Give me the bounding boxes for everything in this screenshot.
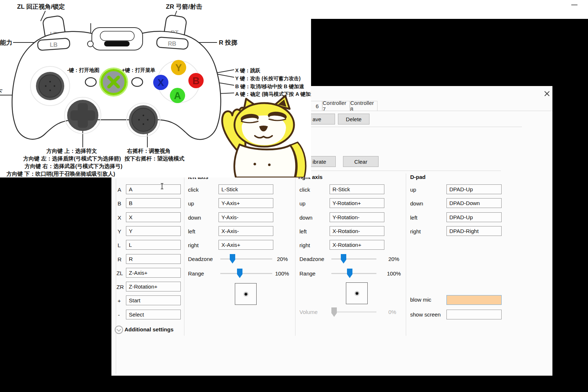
show-screen-field[interactable] (446, 310, 502, 319)
annotation-a-key: A 键：确定 (骑马模式下按 A 键加速) (235, 91, 311, 97)
mapping-key: ZR (117, 284, 124, 290)
mapping-field-zr[interactable]: Z-Rotation+ (126, 282, 181, 291)
x-letter: X (158, 77, 164, 88)
annotation-plus: +键：打开菜单 (122, 67, 155, 73)
right-range-value: 100% (387, 270, 401, 277)
mapping-key: L (118, 242, 121, 248)
axis-key: left (299, 228, 307, 234)
separator (311, 171, 501, 171)
tab-controller-7[interactable]: Controller 7 (322, 101, 350, 111)
right-range-slider-track[interactable] (331, 273, 376, 274)
axis-key: up (299, 200, 306, 207)
black-region-left (0, 177, 111, 392)
mapping-key: ZL (117, 270, 123, 276)
a-letter: A (174, 90, 181, 101)
column-divider (406, 173, 406, 336)
save-button[interactable]: ave (310, 114, 335, 124)
range-label: Range (188, 270, 204, 277)
left-axis-up-field[interactable]: Y-Axis+ (219, 198, 273, 208)
black-region-top-right (310, 19, 588, 86)
mapping-field-y[interactable]: Y (126, 226, 181, 236)
close-icon[interactable] (543, 90, 551, 98)
mapping-key: R (118, 256, 122, 262)
doge-sticker (222, 96, 306, 177)
show-screen-label: show screen (410, 311, 441, 318)
text-cursor-ibeam (160, 183, 164, 190)
mapping-field-minus[interactable]: Select (126, 310, 181, 319)
annotation-right-stick: 右摇杆：调整视角 (127, 148, 171, 154)
deadzone-label: Deadzone (188, 256, 213, 262)
axis-key: click (299, 187, 310, 193)
right-axis-right-field[interactable]: X-Rotation+ (330, 240, 384, 250)
left-deadzone-slider-track[interactable] (220, 258, 272, 260)
dpad-right-field[interactable]: DPAD-Right (446, 226, 502, 236)
dpad-up-field[interactable]: DPAD-Up (446, 184, 502, 194)
mapping-key: A (118, 187, 121, 193)
column-divider (295, 173, 295, 336)
annotation-minus: -键：打开地图 (67, 67, 99, 73)
blow-mic-label: blow mic (410, 297, 431, 303)
mapping-field-l[interactable]: L (126, 240, 181, 250)
additional-settings-toggle[interactable]: Additional settings (124, 326, 173, 332)
axis-key: down (188, 215, 201, 221)
annotation-dpad-down: 方向键 下：吹口哨(用于召唤坐骑或吸引敌人) (6, 171, 115, 177)
right-axis-up-field[interactable]: Y-Rotation+ (330, 198, 384, 208)
volume-label: Volume (299, 309, 318, 315)
mapping-field-b[interactable]: B (126, 198, 181, 208)
mapping-key: Y (118, 228, 121, 234)
annotation-r: R 投掷 (219, 39, 237, 46)
axis-key: down (299, 215, 313, 221)
rb-label: RB (168, 41, 176, 47)
mapping-field-plus[interactable]: Start (126, 295, 181, 305)
annotation-l-fragment: 能力 (0, 39, 12, 46)
back-button (85, 78, 96, 86)
controller-diagram: LT RT LB RB (0, 0, 311, 177)
stick-dot (354, 291, 360, 296)
left-range-slider-track[interactable] (220, 273, 272, 274)
dpad-header: D-pad (410, 174, 426, 180)
mapping-key: - (118, 312, 120, 318)
dpad-left-field[interactable]: DPAD-Up (446, 212, 502, 222)
annotation-y-key: Y 键：攻击 (长按可蓄力攻击) (235, 75, 301, 81)
separator (311, 127, 522, 127)
minimize-button[interactable] (571, 4, 577, 5)
left-axis-right-field[interactable]: X-Axis+ (219, 240, 273, 250)
right-axis-click-field[interactable]: R-Stick (330, 184, 384, 194)
left-axis-click-field[interactable]: L-Stick (219, 184, 273, 194)
axis-key: click (188, 187, 199, 193)
mapping-key: B (118, 200, 121, 207)
mapping-key: + (118, 298, 121, 304)
right-deadzone-slider-track[interactable] (331, 258, 376, 260)
annotation-b-key: B 键：取消/移动中按 B 键加速 (235, 83, 305, 89)
tab-divider (311, 111, 552, 111)
dpad-key: left (410, 215, 417, 221)
tab-controller-8[interactable]: Controller 8 (350, 101, 377, 111)
annotation-dpad-right: 方向键 右：选择武器(弓模式下为选择弓) (24, 163, 122, 169)
column-divider (184, 173, 184, 336)
mapping-field-x[interactable]: X (126, 212, 181, 222)
annotation-dpad-up: 方向键 上：选择符文 (46, 148, 97, 154)
clear-button[interactable]: Clear (343, 156, 379, 167)
axis-key: right (188, 242, 199, 248)
calibrate-button[interactable]: ibrate (310, 156, 336, 167)
right-axis-down-field[interactable]: Y-Rotation- (330, 212, 384, 222)
right-axis-left-field[interactable]: X-Rotation- (330, 226, 384, 236)
annotation-dpad-left: 方向键 左：选择盾牌(弓模式下为选择箭) (23, 155, 121, 162)
column-divider (116, 179, 116, 374)
mapping-field-zl[interactable]: Z-Axis+ (126, 268, 181, 278)
stick-dot (243, 291, 249, 297)
left-axis-down-field[interactable]: Y-Axis- (219, 212, 273, 222)
chevron-down-icon[interactable] (115, 326, 123, 334)
right-stick-position-indicator (346, 282, 368, 304)
mapping-field-r[interactable]: R (126, 254, 181, 264)
mapping-field-a[interactable]: A (126, 184, 181, 194)
dpad-key: down (410, 200, 423, 207)
delete-button[interactable]: Delete (338, 114, 369, 124)
blow-mic-field[interactable] (446, 295, 502, 305)
axis-key: left (188, 228, 195, 234)
annotation-right-stick-press: 按下右摇杆：望远镜模式 (124, 155, 184, 162)
volume-slider-track[interactable] (331, 311, 376, 313)
dpad-down-field[interactable]: DPAD-Down (446, 198, 502, 208)
left-stick-position-indicator (235, 283, 257, 305)
left-axis-left-field[interactable]: X-Axis- (219, 226, 273, 236)
